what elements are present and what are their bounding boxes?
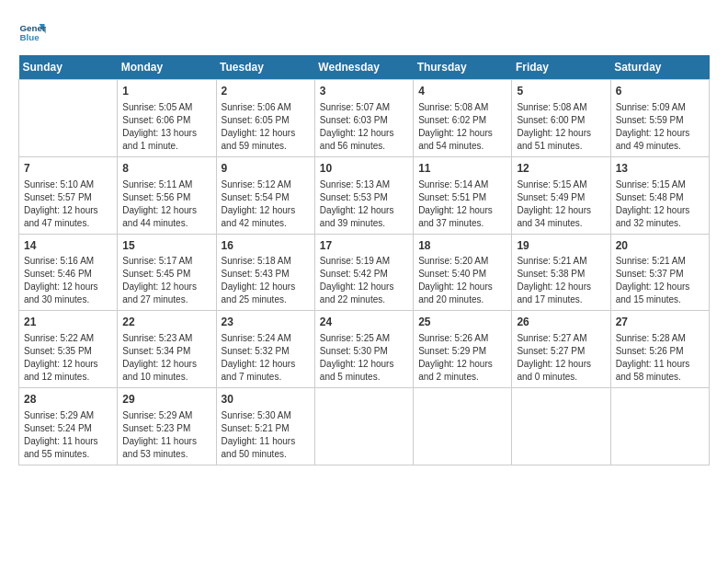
day-number: 18 bbox=[418, 238, 506, 254]
day-info: Sunrise: 5:22 AM Sunset: 5:35 PM Dayligh… bbox=[24, 332, 112, 384]
calendar-cell bbox=[414, 388, 512, 465]
calendar-week-3: 14Sunrise: 5:16 AM Sunset: 5:46 PM Dayli… bbox=[19, 234, 710, 311]
day-info: Sunrise: 5:11 AM Sunset: 5:56 PM Dayligh… bbox=[122, 178, 210, 230]
day-info: Sunrise: 5:25 AM Sunset: 5:30 PM Dayligh… bbox=[320, 332, 408, 384]
day-info: Sunrise: 5:29 AM Sunset: 5:24 PM Dayligh… bbox=[24, 409, 112, 461]
day-number: 22 bbox=[122, 315, 210, 330]
day-number: 5 bbox=[517, 84, 605, 99]
day-number: 9 bbox=[222, 161, 310, 177]
logo-icon: General Blue bbox=[18, 18, 46, 46]
calendar-cell: 18Sunrise: 5:20 AM Sunset: 5:40 PM Dayli… bbox=[414, 234, 512, 311]
calendar-cell: 28Sunrise: 5:29 AM Sunset: 5:24 PM Dayli… bbox=[19, 388, 118, 465]
calendar-cell: 25Sunrise: 5:26 AM Sunset: 5:29 PM Dayli… bbox=[414, 311, 512, 388]
calendar-cell: 2Sunrise: 5:06 AM Sunset: 6:05 PM Daylig… bbox=[216, 80, 314, 157]
calendar-cell: 24Sunrise: 5:25 AM Sunset: 5:30 PM Dayli… bbox=[314, 311, 413, 388]
calendar-cell: 5Sunrise: 5:08 AM Sunset: 6:00 PM Daylig… bbox=[512, 80, 610, 157]
day-number: 3 bbox=[320, 84, 408, 99]
day-number: 6 bbox=[616, 84, 704, 99]
calendar-cell bbox=[610, 388, 709, 465]
day-info: Sunrise: 5:06 AM Sunset: 6:05 PM Dayligh… bbox=[222, 101, 310, 153]
calendar-cell: 1Sunrise: 5:05 AM Sunset: 6:06 PM Daylig… bbox=[118, 80, 216, 157]
calendar-cell: 21Sunrise: 5:22 AM Sunset: 5:35 PM Dayli… bbox=[19, 311, 118, 388]
calendar-cell: 16Sunrise: 5:18 AM Sunset: 5:43 PM Dayli… bbox=[216, 234, 314, 311]
calendar-cell: 11Sunrise: 5:14 AM Sunset: 5:51 PM Dayli… bbox=[414, 156, 512, 234]
calendar-cell: 26Sunrise: 5:27 AM Sunset: 5:27 PM Dayli… bbox=[512, 311, 610, 388]
day-info: Sunrise: 5:12 AM Sunset: 5:54 PM Dayligh… bbox=[222, 178, 310, 230]
day-number: 14 bbox=[24, 238, 112, 254]
day-info: Sunrise: 5:15 AM Sunset: 5:48 PM Dayligh… bbox=[616, 178, 704, 230]
day-number: 13 bbox=[616, 161, 704, 177]
day-info: Sunrise: 5:23 AM Sunset: 5:34 PM Dayligh… bbox=[122, 332, 210, 384]
header-tuesday: Tuesday bbox=[216, 55, 314, 80]
header-friday: Friday bbox=[512, 55, 610, 80]
day-info: Sunrise: 5:08 AM Sunset: 6:00 PM Dayligh… bbox=[517, 101, 605, 153]
day-number: 7 bbox=[24, 161, 112, 177]
day-info: Sunrise: 5:30 AM Sunset: 5:21 PM Dayligh… bbox=[222, 409, 310, 461]
day-number: 25 bbox=[418, 315, 506, 330]
day-info: Sunrise: 5:13 AM Sunset: 5:53 PM Dayligh… bbox=[320, 178, 408, 230]
day-info: Sunrise: 5:18 AM Sunset: 5:43 PM Dayligh… bbox=[222, 255, 310, 306]
day-info: Sunrise: 5:19 AM Sunset: 5:42 PM Dayligh… bbox=[320, 255, 408, 306]
day-info: Sunrise: 5:20 AM Sunset: 5:40 PM Dayligh… bbox=[418, 255, 506, 306]
day-info: Sunrise: 5:16 AM Sunset: 5:46 PM Dayligh… bbox=[24, 255, 112, 306]
calendar-cell: 15Sunrise: 5:17 AM Sunset: 5:45 PM Dayli… bbox=[118, 234, 216, 311]
calendar-cell: 14Sunrise: 5:16 AM Sunset: 5:46 PM Dayli… bbox=[19, 234, 118, 311]
calendar-cell: 12Sunrise: 5:15 AM Sunset: 5:49 PM Dayli… bbox=[512, 156, 610, 234]
calendar-cell: 10Sunrise: 5:13 AM Sunset: 5:53 PM Dayli… bbox=[314, 156, 413, 234]
day-info: Sunrise: 5:21 AM Sunset: 5:38 PM Dayligh… bbox=[517, 255, 605, 306]
calendar-cell: 20Sunrise: 5:21 AM Sunset: 5:37 PM Dayli… bbox=[610, 234, 709, 311]
header-thursday: Thursday bbox=[414, 55, 512, 80]
calendar-cell: 6Sunrise: 5:09 AM Sunset: 5:59 PM Daylig… bbox=[610, 80, 709, 157]
day-info: Sunrise: 5:14 AM Sunset: 5:51 PM Dayligh… bbox=[418, 178, 506, 230]
day-number: 23 bbox=[222, 315, 310, 330]
header-wednesday: Wednesday bbox=[314, 55, 413, 80]
calendar-week-5: 28Sunrise: 5:29 AM Sunset: 5:24 PM Dayli… bbox=[19, 388, 710, 465]
day-info: Sunrise: 5:29 AM Sunset: 5:23 PM Dayligh… bbox=[122, 409, 210, 461]
day-info: Sunrise: 5:24 AM Sunset: 5:32 PM Dayligh… bbox=[222, 332, 310, 384]
calendar-week-2: 7Sunrise: 5:10 AM Sunset: 5:57 PM Daylig… bbox=[19, 156, 710, 234]
day-info: Sunrise: 5:05 AM Sunset: 6:06 PM Dayligh… bbox=[122, 101, 210, 153]
day-info: Sunrise: 5:10 AM Sunset: 5:57 PM Dayligh… bbox=[24, 178, 112, 230]
day-number: 21 bbox=[24, 315, 112, 330]
calendar-cell: 4Sunrise: 5:08 AM Sunset: 6:02 PM Daylig… bbox=[414, 80, 512, 157]
day-number: 15 bbox=[122, 238, 210, 254]
day-number: 10 bbox=[320, 161, 408, 177]
svg-text:Blue: Blue bbox=[20, 32, 40, 42]
calendar-cell bbox=[512, 388, 610, 465]
header-monday: Monday bbox=[118, 55, 216, 80]
day-info: Sunrise: 5:08 AM Sunset: 6:02 PM Dayligh… bbox=[418, 101, 506, 153]
calendar-week-4: 21Sunrise: 5:22 AM Sunset: 5:35 PM Dayli… bbox=[19, 311, 710, 388]
day-info: Sunrise: 5:21 AM Sunset: 5:37 PM Dayligh… bbox=[616, 255, 704, 306]
calendar-cell: 8Sunrise: 5:11 AM Sunset: 5:56 PM Daylig… bbox=[118, 156, 216, 234]
day-number: 28 bbox=[24, 392, 112, 408]
calendar-cell: 19Sunrise: 5:21 AM Sunset: 5:38 PM Dayli… bbox=[512, 234, 610, 311]
day-info: Sunrise: 5:15 AM Sunset: 5:49 PM Dayligh… bbox=[517, 178, 605, 230]
calendar-cell: 13Sunrise: 5:15 AM Sunset: 5:48 PM Dayli… bbox=[610, 156, 709, 234]
day-number: 4 bbox=[418, 84, 506, 99]
calendar-cell: 29Sunrise: 5:29 AM Sunset: 5:23 PM Dayli… bbox=[118, 388, 216, 465]
header-sunday: Sunday bbox=[19, 55, 118, 80]
day-number: 20 bbox=[616, 238, 704, 254]
calendar-cell: 7Sunrise: 5:10 AM Sunset: 5:57 PM Daylig… bbox=[19, 156, 118, 234]
calendar-cell: 22Sunrise: 5:23 AM Sunset: 5:34 PM Dayli… bbox=[118, 311, 216, 388]
day-number: 17 bbox=[320, 238, 408, 254]
calendar-cell bbox=[19, 80, 118, 157]
calendar-cell: 9Sunrise: 5:12 AM Sunset: 5:54 PM Daylig… bbox=[216, 156, 314, 234]
day-number: 11 bbox=[418, 161, 506, 177]
calendar-cell: 23Sunrise: 5:24 AM Sunset: 5:32 PM Dayli… bbox=[216, 311, 314, 388]
day-number: 30 bbox=[222, 392, 310, 408]
day-number: 29 bbox=[122, 392, 210, 408]
calendar-cell: 3Sunrise: 5:07 AM Sunset: 6:03 PM Daylig… bbox=[314, 80, 413, 157]
calendar-week-1: 1Sunrise: 5:05 AM Sunset: 6:06 PM Daylig… bbox=[19, 80, 710, 157]
day-number: 2 bbox=[222, 84, 310, 99]
header-saturday: Saturday bbox=[610, 55, 709, 80]
calendar-table: SundayMondayTuesdayWednesdayThursdayFrid… bbox=[18, 55, 710, 465]
day-info: Sunrise: 5:28 AM Sunset: 5:26 PM Dayligh… bbox=[616, 332, 704, 384]
day-info: Sunrise: 5:07 AM Sunset: 6:03 PM Dayligh… bbox=[320, 101, 408, 153]
calendar-cell: 30Sunrise: 5:30 AM Sunset: 5:21 PM Dayli… bbox=[216, 388, 314, 465]
calendar-cell: 27Sunrise: 5:28 AM Sunset: 5:26 PM Dayli… bbox=[610, 311, 709, 388]
day-info: Sunrise: 5:26 AM Sunset: 5:29 PM Dayligh… bbox=[418, 332, 506, 384]
calendar-cell bbox=[314, 388, 413, 465]
calendar-header-row: SundayMondayTuesdayWednesdayThursdayFrid… bbox=[19, 55, 710, 80]
calendar-cell: 17Sunrise: 5:19 AM Sunset: 5:42 PM Dayli… bbox=[314, 234, 413, 311]
